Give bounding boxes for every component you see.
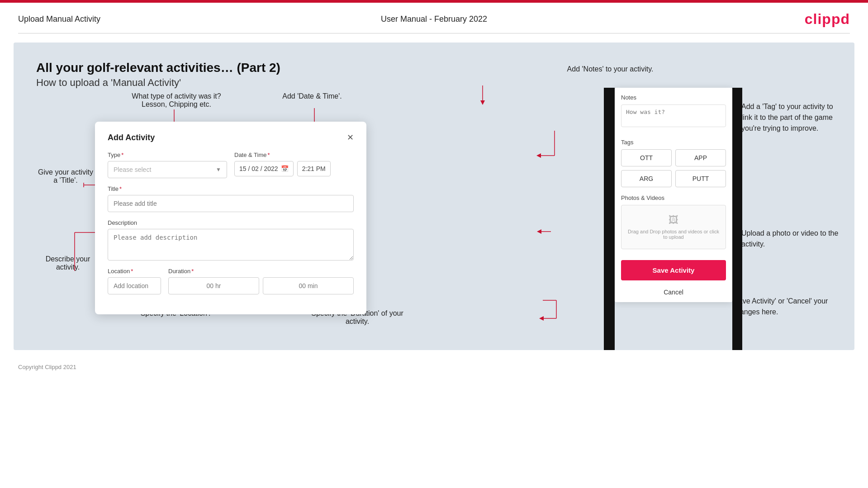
header-divider <box>18 33 850 33</box>
annotation-describe: Describe your activity. <box>38 255 97 271</box>
logo: clippd <box>805 11 850 28</box>
save-activity-button[interactable]: Save Activity <box>621 260 726 280</box>
footer: Copyright Clippd 2021 <box>0 359 868 375</box>
modal-close-button[interactable]: ✕ <box>347 133 354 142</box>
annotation-tag: Add a 'Tag' to your activity to link it … <box>741 101 841 134</box>
duration-inputs <box>168 277 354 294</box>
modal-header: Add Activity ✕ <box>108 133 354 142</box>
header-subtitle: User Manual - February 2022 <box>381 14 487 24</box>
chevron-down-icon: ▼ <box>216 166 221 173</box>
annotation-datetime: Add 'Date & Time'. <box>267 92 357 100</box>
annotation-title: Give your activity a 'Title'. <box>36 168 95 185</box>
date-input[interactable]: 15 / 02 / 2022 📅 <box>234 161 294 176</box>
modal-title: Add Activity <box>108 133 155 142</box>
tag-app[interactable]: APP <box>675 149 726 166</box>
description-group: Description <box>108 219 354 261</box>
notes-label: Notes <box>621 94 726 101</box>
duration-group: Duration* <box>168 268 354 294</box>
header: Upload Manual Activity User Manual - Feb… <box>0 3 868 33</box>
datetime-label: Date & Time* <box>234 152 354 158</box>
annotation-save: 'Save Activity' or 'Cancel' your changes… <box>732 296 841 317</box>
annotation-upload: Upload a photo or video to the activity. <box>741 228 841 250</box>
copyright-text: Copyright Clippd 2021 <box>18 364 76 370</box>
duration-hr-input[interactable] <box>168 277 259 294</box>
title-input[interactable] <box>108 195 354 212</box>
location-label: Location* <box>108 268 161 275</box>
tags-section: Tags OTT APP ARG PUTT <box>615 133 732 191</box>
photo-drop-zone[interactable]: 🖼 Drag and Drop photos and videos or cli… <box>621 205 726 249</box>
main-content: All your golf-relevant activities… (Part… <box>14 43 854 350</box>
tag-arg[interactable]: ARG <box>621 170 672 187</box>
location-group: Location* <box>108 268 161 294</box>
svg-marker-28 <box>539 316 544 321</box>
annotation-type: What type of activity was it? Lesson, Ch… <box>131 92 222 109</box>
title-row: Title* <box>108 185 354 212</box>
svg-marker-24 <box>537 229 541 234</box>
phone-left-strip <box>604 88 615 350</box>
tag-ott[interactable]: OTT <box>621 149 672 166</box>
type-datetime-row: Type* Please select ▼ Date & Time* 15 / … <box>108 152 354 178</box>
location-input[interactable] <box>108 277 161 294</box>
title-group: Title* <box>108 185 354 212</box>
calendar-icon: 📅 <box>281 165 289 172</box>
annotation-notes: Add 'Notes' to your activity. <box>565 65 655 73</box>
type-label: Type* <box>108 152 227 158</box>
type-placeholder: Please select <box>114 166 151 173</box>
add-activity-modal: Add Activity ✕ Type* Please select ▼ Dat… <box>95 122 366 314</box>
description-row: Description <box>108 219 354 261</box>
type-group: Type* Please select ▼ <box>108 152 227 178</box>
phone-right-strip <box>732 88 742 350</box>
tags-grid: OTT APP ARG PUTT <box>621 149 726 187</box>
title-label: Title* <box>108 185 354 192</box>
datetime-group: Date & Time* 15 / 02 / 2022 📅 2:21 PM <box>234 152 354 178</box>
time-input[interactable]: 2:21 PM <box>297 161 331 176</box>
location-duration-row: Location* Duration* <box>108 268 354 294</box>
tag-putt[interactable]: PUTT <box>675 170 726 187</box>
phone-panel: Notes Tags OTT APP ARG PUTT Photos & Vid… <box>615 88 732 302</box>
tags-label: Tags <box>621 139 726 146</box>
svg-marker-19 <box>480 100 485 105</box>
photos-label: Photos & Videos <box>621 194 726 201</box>
page-subheading: How to upload a 'Manual Activity' <box>36 77 832 89</box>
page-heading: All your golf-relevant activities… (Part… <box>36 61 832 75</box>
duration-label: Duration* <box>168 268 354 275</box>
header-title: Upload Manual Activity <box>18 14 100 24</box>
description-label: Description <box>108 219 354 226</box>
notes-section: Notes <box>615 88 732 133</box>
notes-input[interactable] <box>621 104 726 127</box>
photo-icon: 🖼 <box>669 214 678 226</box>
duration-min-input[interactable] <box>263 277 354 294</box>
description-input[interactable] <box>108 229 354 261</box>
photo-drop-text: Drag and Drop photos and videos or click… <box>626 229 721 240</box>
cancel-button[interactable]: Cancel <box>615 285 732 302</box>
type-select[interactable]: Please select ▼ <box>108 161 227 178</box>
svg-marker-22 <box>536 153 541 158</box>
datetime-inputs: 15 / 02 / 2022 📅 2:21 PM <box>234 161 354 176</box>
photos-section: Photos & Videos 🖼 Drag and Drop photos a… <box>615 191 732 256</box>
